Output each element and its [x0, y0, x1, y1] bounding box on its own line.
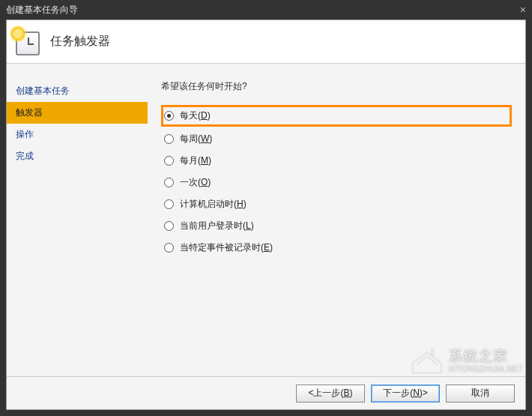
radio-label-weekly: 每周(W)	[180, 133, 212, 145]
radio-label-event: 当特定事件被记录时(E)	[180, 241, 273, 254]
wizard-sidebar: 创建基本任务 触发器 操作 完成	[7, 64, 148, 376]
next-button-label: 下一步(N)>	[383, 387, 428, 400]
radio-icon	[164, 111, 174, 121]
radio-label-daily: 每天(D)	[180, 109, 211, 122]
back-button[interactable]: <上一步(B)	[296, 385, 365, 403]
prompt-text: 希望该任务何时开始?	[161, 80, 512, 93]
wizard-header: 任务触发器	[7, 20, 525, 64]
close-icon[interactable]: ×	[520, 4, 526, 16]
cancel-button[interactable]: 取消	[446, 385, 515, 403]
radio-startup[interactable]: 计算机启动时(H)	[161, 193, 512, 215]
content-area: 创建基本任务 触发器 操作 完成 希望该任务何时开始? 每天(D) 每周(W) …	[7, 64, 525, 376]
radio-label-logon: 当前用户登录时(L)	[180, 220, 254, 232]
trigger-radio-group: 每天(D) 每周(W) 每月(M) 一次(O) 计算机启动时(H)	[161, 105, 512, 259]
window-title: 创建基本任务向导	[6, 4, 78, 16]
next-button[interactable]: 下一步(N)>	[371, 385, 440, 403]
radio-once[interactable]: 一次(O)	[161, 172, 512, 193]
radio-icon	[164, 243, 174, 253]
radio-logon[interactable]: 当前用户登录时(L)	[161, 215, 512, 237]
radio-monthly[interactable]: 每月(M)	[161, 150, 512, 172]
main-panel: 希望该任务何时开始? 每天(D) 每周(W) 每月(M) 一次(O)	[148, 64, 525, 376]
cancel-button-label: 取消	[471, 387, 489, 400]
radio-label-once: 一次(O)	[180, 176, 211, 189]
radio-icon	[164, 134, 174, 144]
radio-weekly[interactable]: 每周(W)	[161, 128, 512, 150]
sidebar-item-create-task[interactable]: 创建基本任务	[7, 80, 148, 102]
radio-icon	[164, 199, 174, 209]
radio-daily[interactable]: 每天(D)	[161, 105, 512, 127]
radio-event[interactable]: 当特定事件被记录时(E)	[161, 237, 512, 259]
radio-label-monthly: 每月(M)	[180, 154, 211, 167]
footer-bar: <上一步(B) 下一步(N)> 取消	[7, 376, 525, 409]
sidebar-item-action[interactable]: 操作	[7, 124, 148, 145]
page-title: 任务触发器	[50, 34, 110, 49]
radio-icon	[164, 221, 174, 231]
task-clock-icon	[13, 28, 40, 55]
radio-icon	[164, 178, 174, 187]
wizard-body: 任务触发器 创建基本任务 触发器 操作 完成 希望该任务何时开始? 每天(D) …	[6, 19, 526, 410]
titlebar: 创建基本任务向导 ×	[0, 0, 532, 19]
radio-label-startup: 计算机启动时(H)	[180, 198, 247, 211]
sidebar-item-trigger[interactable]: 触发器	[7, 102, 148, 124]
sidebar-item-finish[interactable]: 完成	[7, 145, 148, 167]
back-button-label: <上一步(B)	[308, 387, 352, 400]
radio-icon	[164, 156, 174, 166]
